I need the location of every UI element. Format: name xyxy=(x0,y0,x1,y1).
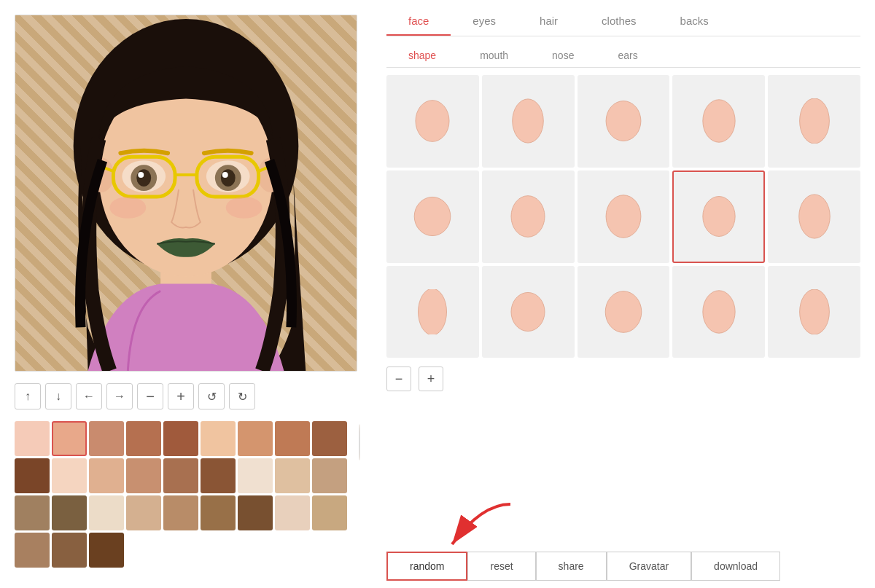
main-tab-eyes[interactable]: eyes xyxy=(451,7,518,36)
main-tab-backs[interactable]: backs xyxy=(658,7,731,36)
face-shape-icon xyxy=(604,289,643,334)
svg-point-29 xyxy=(798,195,830,238)
skin-color-swatch[interactable] xyxy=(126,458,161,493)
shape-zoom-out-button[interactable]: − xyxy=(386,366,411,391)
shape-cell[interactable] xyxy=(386,75,479,168)
move-up-button[interactable]: ↑ xyxy=(15,383,41,409)
download-button[interactable]: download xyxy=(691,552,780,581)
sub-tabs: shapemouthnoseears xyxy=(386,44,860,68)
shape-cell[interactable] xyxy=(386,266,479,358)
svg-point-12 xyxy=(136,169,151,187)
zoom-in-button[interactable]: + xyxy=(168,383,194,409)
undo-button[interactable]: ↺ xyxy=(198,383,225,409)
skin-color-palette xyxy=(15,421,347,568)
controls-toolbar: ↑ ↓ ← → − + ↺ ↻ xyxy=(15,380,357,412)
skin-color-swatch[interactable] xyxy=(52,495,87,530)
move-right-button[interactable]: → xyxy=(106,383,133,409)
redo-button[interactable]: ↻ xyxy=(229,383,255,409)
skin-color-swatch[interactable] xyxy=(15,533,50,568)
skin-color-swatch[interactable] xyxy=(163,495,198,530)
skin-color-swatch[interactable] xyxy=(312,495,347,530)
svg-point-27 xyxy=(606,195,641,238)
shape-cell[interactable] xyxy=(482,170,575,263)
avatar-container xyxy=(15,15,357,372)
skin-color-swatch[interactable] xyxy=(52,421,87,456)
skin-color-swatch[interactable] xyxy=(163,458,198,493)
skin-color-swatch[interactable] xyxy=(89,421,124,456)
shape-cell[interactable] xyxy=(768,75,860,168)
shape-cell[interactable] xyxy=(578,266,670,358)
skin-color-swatch[interactable] xyxy=(126,495,161,530)
skin-color-swatch[interactable] xyxy=(15,495,50,530)
shape-cell[interactable] xyxy=(672,266,765,358)
shape-cell[interactable] xyxy=(672,170,765,263)
move-left-button[interactable]: ← xyxy=(76,383,102,409)
skin-color-swatch[interactable] xyxy=(312,421,347,456)
shape-cell[interactable] xyxy=(578,170,670,263)
face-shape-icon xyxy=(699,98,739,144)
skin-color-swatch[interactable] xyxy=(275,495,310,530)
shape-cell[interactable] xyxy=(482,75,575,168)
share-button[interactable]: share xyxy=(536,552,607,581)
sub-tab-shape[interactable]: shape xyxy=(386,44,458,67)
svg-point-25 xyxy=(415,197,451,236)
skin-color-swatch[interactable] xyxy=(15,421,50,456)
skin-color-swatch[interactable] xyxy=(52,533,87,568)
face-shape-icon xyxy=(413,289,452,334)
main-tab-face[interactable]: face xyxy=(386,7,451,36)
skin-color-swatch[interactable] xyxy=(89,495,124,530)
svg-point-13 xyxy=(138,172,144,178)
skin-color-swatch[interactable] xyxy=(15,458,50,493)
face-shape-icon xyxy=(699,289,739,334)
skin-color-swatch[interactable] xyxy=(126,421,161,456)
svg-point-33 xyxy=(703,291,735,333)
skin-color-swatch[interactable] xyxy=(238,421,273,456)
skin-color-swatch[interactable] xyxy=(238,495,273,530)
bottom-area: randomresetshareGravatardownload xyxy=(386,522,860,581)
sub-tab-mouth[interactable]: mouth xyxy=(458,44,530,67)
svg-point-26 xyxy=(511,196,545,238)
face-shape-icon xyxy=(508,194,548,239)
Gravatar-button[interactable]: Gravatar xyxy=(607,552,691,581)
skin-color-swatch[interactable] xyxy=(312,458,347,493)
main-tab-clothes[interactable]: clothes xyxy=(580,7,658,36)
shape-cell[interactable] xyxy=(482,266,575,358)
face-shape-icon xyxy=(699,194,739,239)
skin-color-swatch[interactable] xyxy=(238,458,273,493)
svg-point-28 xyxy=(703,197,735,237)
svg-point-24 xyxy=(799,98,829,144)
svg-point-31 xyxy=(511,292,545,331)
face-shape-icon xyxy=(604,194,643,239)
skin-color-swatch[interactable] xyxy=(52,458,87,493)
sub-tab-nose[interactable]: nose xyxy=(530,44,596,67)
skin-color-swatch[interactable] xyxy=(89,533,124,568)
shape-cell[interactable] xyxy=(386,170,479,263)
skin-color-swatch[interactable] xyxy=(201,458,236,493)
main-tabs: faceeyeshairclothesbacks xyxy=(386,7,860,36)
main-tab-hair[interactable]: hair xyxy=(518,7,580,36)
left-panel: ↑ ↓ ← → − + ↺ ↻ xyxy=(0,0,372,588)
skin-color-swatch[interactable] xyxy=(275,421,310,456)
skin-color-swatch[interactable] xyxy=(89,458,124,493)
skin-color-swatch[interactable] xyxy=(201,421,236,456)
shape-zoom-in-button[interactable]: + xyxy=(419,366,443,391)
shape-cell[interactable] xyxy=(578,75,670,168)
sub-tab-ears[interactable]: ears xyxy=(596,44,659,67)
zoom-out-button[interactable]: − xyxy=(137,383,163,409)
svg-point-23 xyxy=(703,100,735,142)
shape-zoom-controls: − + xyxy=(386,366,860,391)
skin-color-swatch[interactable] xyxy=(163,421,198,456)
shape-cell[interactable] xyxy=(768,170,860,263)
face-shape-icon xyxy=(795,194,834,239)
shape-cell[interactable] xyxy=(768,266,860,358)
move-down-button[interactable]: ↓ xyxy=(45,383,71,409)
skin-color-swatch[interactable] xyxy=(275,458,310,493)
skin-color-swatch[interactable] xyxy=(201,495,236,530)
face-shape-icon xyxy=(795,289,834,334)
svg-point-21 xyxy=(513,99,544,143)
shape-cell[interactable] xyxy=(672,75,765,168)
face-shape-icon xyxy=(508,289,548,334)
arrow-indicator xyxy=(408,501,525,559)
svg-point-34 xyxy=(799,289,829,334)
svg-point-19 xyxy=(226,197,262,219)
